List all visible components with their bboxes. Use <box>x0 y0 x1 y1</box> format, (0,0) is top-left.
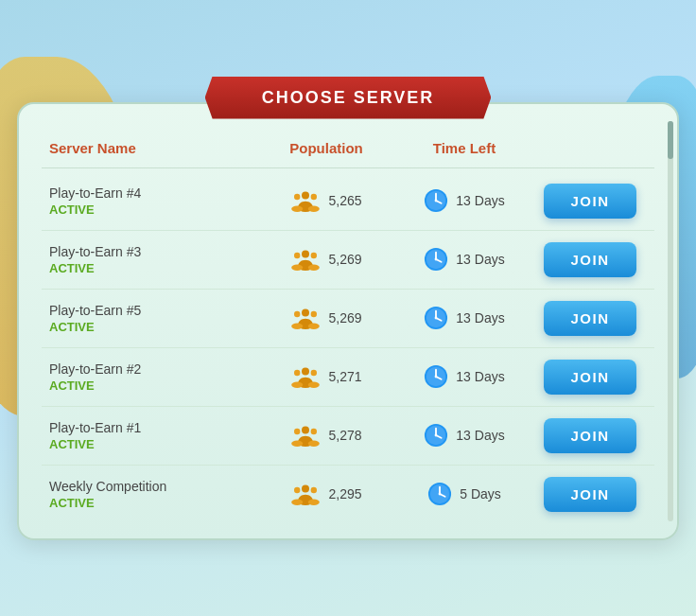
people-icon <box>290 423 321 448</box>
server-name: Weekly Competition <box>49 479 257 494</box>
population-value: 5,271 <box>328 369 361 384</box>
svg-point-47 <box>292 441 304 447</box>
table-row: Weekly Competition ACTIVE 2,295 <box>42 466 654 523</box>
clock-icon <box>424 306 448 330</box>
table-row: Play-to-Earn #3 ACTIVE 5,269 <box>42 231 654 290</box>
join-button[interactable]: JOIN <box>544 184 635 219</box>
people-icon <box>290 247 321 272</box>
svg-point-60 <box>308 500 320 505</box>
svg-point-58 <box>292 500 304 505</box>
join-button[interactable]: JOIN <box>544 477 635 512</box>
clock-icon <box>424 423 448 448</box>
time-value: 13 Days <box>456 193 504 208</box>
header-population: Population <box>257 140 395 156</box>
server-name: Play-to-Earn #2 <box>49 361 257 377</box>
server-name-cell: Play-to-Earn #4 ACTIVE <box>49 185 257 217</box>
scrollbar-track[interactable] <box>668 121 673 521</box>
scrollbar-thumb[interactable] <box>668 121 673 159</box>
time-value: 13 Days <box>456 369 504 384</box>
time-cell: 5 Days <box>395 482 533 506</box>
join-button[interactable]: JOIN <box>544 418 635 453</box>
svg-point-25 <box>292 324 304 329</box>
svg-point-5 <box>308 206 320 212</box>
population-cell: 5,269 <box>257 306 395 330</box>
join-cell: JOIN <box>533 184 647 219</box>
population-cell: 2,295 <box>257 482 395 506</box>
clock-icon <box>424 188 448 213</box>
server-name: Play-to-Earn #5 <box>49 303 257 318</box>
join-button[interactable]: JOIN <box>544 360 635 395</box>
population-value: 5,278 <box>328 428 361 443</box>
time-cell: 13 Days <box>395 423 533 448</box>
header-time-left: Time Left <box>395 140 533 156</box>
time-value: 5 Days <box>460 486 501 502</box>
svg-point-22 <box>302 308 309 316</box>
server-status: ACTIVE <box>49 320 257 334</box>
server-status: ACTIVE <box>49 202 257 217</box>
join-button[interactable]: JOIN <box>544 301 635 336</box>
svg-point-0 <box>302 191 309 199</box>
join-cell: JOIN <box>533 477 647 512</box>
svg-point-36 <box>292 382 304 388</box>
population-value: 5,269 <box>328 252 361 267</box>
server-status: ACTIVE <box>49 437 257 451</box>
svg-point-49 <box>308 441 320 447</box>
table-row: Play-to-Earn #2 ACTIVE 5,271 <box>42 348 654 407</box>
server-list-panel: Server Name Population Time Left Play-to… <box>17 102 679 540</box>
panel-wrapper: Server Name Population Time Left Play-to… <box>17 102 679 540</box>
population-value: 5,265 <box>328 193 361 208</box>
svg-point-33 <box>302 367 309 375</box>
header-action <box>533 140 647 156</box>
people-icon <box>290 482 321 506</box>
server-name-cell: Play-to-Earn #2 ACTIVE <box>49 361 257 393</box>
time-cell: 13 Days <box>395 306 533 330</box>
time-value: 13 Days <box>456 428 504 443</box>
svg-point-15 <box>311 253 317 258</box>
table-row: Play-to-Earn #5 ACTIVE 5,269 <box>42 290 654 348</box>
svg-point-44 <box>302 426 309 433</box>
server-name-cell: Play-to-Earn #1 ACTIVE <box>49 420 257 451</box>
time-value: 13 Days <box>456 252 504 267</box>
svg-point-37 <box>311 370 317 376</box>
server-name-cell: Play-to-Earn #3 ACTIVE <box>49 244 257 275</box>
server-status: ACTIVE <box>49 496 257 510</box>
join-cell: JOIN <box>533 418 647 453</box>
server-name-cell: Weekly Competition ACTIVE <box>49 479 257 510</box>
server-name: Play-to-Earn #1 <box>49 420 257 435</box>
population-value: 2,295 <box>328 486 361 502</box>
svg-point-16 <box>308 265 320 271</box>
people-icon <box>290 364 321 389</box>
join-button[interactable]: JOIN <box>544 242 635 277</box>
svg-point-2 <box>294 194 300 200</box>
population-cell: 5,265 <box>257 188 395 213</box>
people-icon <box>290 306 321 330</box>
join-cell: JOIN <box>533 360 647 395</box>
svg-point-35 <box>294 370 300 376</box>
server-name: Play-to-Earn #3 <box>49 244 257 259</box>
svg-point-11 <box>302 250 309 257</box>
header-server-name: Server Name <box>49 140 257 156</box>
svg-point-27 <box>308 324 320 329</box>
clock-icon <box>424 364 448 389</box>
population-cell: 5,278 <box>257 423 395 448</box>
svg-point-59 <box>311 487 317 493</box>
table-row: Play-to-Earn #1 ACTIVE 5,278 <box>42 407 654 466</box>
server-rows-container: Play-to-Earn #4 ACTIVE 5,265 <box>42 172 654 523</box>
svg-point-3 <box>292 206 304 212</box>
svg-point-55 <box>302 484 309 492</box>
svg-point-26 <box>311 311 317 317</box>
svg-point-13 <box>294 253 300 258</box>
banner: CHOOSE SERVER <box>205 77 492 119</box>
table-header: Server Name Population Time Left <box>42 132 654 168</box>
time-cell: 13 Days <box>395 188 533 213</box>
join-cell: JOIN <box>533 301 647 336</box>
table-row: Play-to-Earn #4 ACTIVE 5,265 <box>42 172 654 231</box>
server-name: Play-to-Earn #4 <box>49 185 257 201</box>
svg-point-14 <box>292 265 304 271</box>
time-cell: 13 Days <box>395 364 533 389</box>
server-status: ACTIVE <box>49 378 257 393</box>
svg-point-4 <box>311 194 317 200</box>
clock-icon <box>427 482 452 506</box>
clock-icon <box>424 247 448 272</box>
svg-point-24 <box>294 311 300 317</box>
